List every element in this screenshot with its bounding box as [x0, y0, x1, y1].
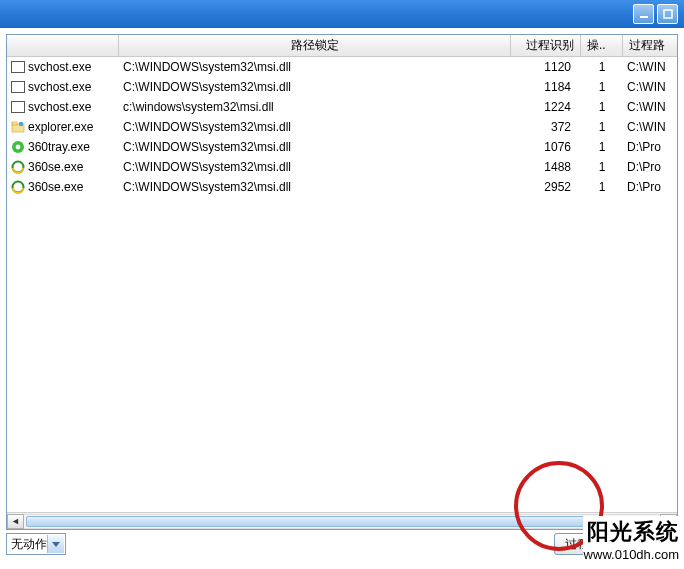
table-row[interactable]: explorer.exeC:\WINDOWS\system32\msi.dll3…: [7, 117, 677, 137]
cell-op: 1: [581, 120, 623, 134]
scroll-track[interactable]: [24, 514, 660, 529]
maximize-button[interactable]: [657, 4, 678, 24]
cell-process-name: 360se.exe: [7, 160, 119, 174]
svg-rect-3: [12, 122, 17, 125]
app-window-icon: [11, 61, 25, 73]
svg-rect-1: [664, 10, 672, 18]
cell-process-name: svchost.exe: [7, 100, 119, 114]
cell-op: 1: [581, 60, 623, 74]
table-row[interactable]: svchost.exec:\windows\system32\msi.dll12…: [7, 97, 677, 117]
cell-path: C:\WINDOWS\system32\msi.dll: [119, 160, 511, 174]
cell-op: 1: [581, 180, 623, 194]
cell-proc: C:\WIN: [623, 80, 677, 94]
scroll-left-arrow[interactable]: ◄: [7, 514, 24, 529]
column-header-pid[interactable]: 过程识别: [511, 35, 581, 56]
minimize-button[interactable]: [633, 4, 654, 24]
svg-point-4: [19, 122, 23, 126]
svg-rect-0: [640, 16, 648, 18]
cell-path: c:\windows\system32\msi.dll: [119, 100, 511, 114]
cell-pid: 372: [511, 120, 581, 134]
ie-icon: [11, 160, 25, 174]
watermark: 阳光系统 www.010dh.com: [583, 516, 680, 563]
cell-pid: 1488: [511, 160, 581, 174]
cell-proc: C:\WIN: [623, 60, 677, 74]
table-row[interactable]: 360se.exeC:\WINDOWS\system32\msi.dll2952…: [7, 177, 677, 197]
action-combobox-value: 无动作: [11, 536, 47, 553]
cell-proc: C:\WIN: [623, 100, 677, 114]
cell-pid: 1184: [511, 80, 581, 94]
table-row[interactable]: 360tray.exeC:\WINDOWS\system32\msi.dll10…: [7, 137, 677, 157]
cell-pid: 1076: [511, 140, 581, 154]
column-header-proc[interactable]: 过程路: [623, 35, 677, 56]
cell-proc: D:\Pro: [623, 140, 677, 154]
cell-proc: C:\WIN: [623, 120, 677, 134]
cell-path: C:\WINDOWS\system32\msi.dll: [119, 60, 511, 74]
scroll-thumb[interactable]: [26, 516, 611, 527]
watermark-url: www.010dh.com: [584, 547, 679, 562]
app-window-icon: [11, 81, 25, 93]
bottom-toolbar: 无动作 过程结束 解锁: [6, 529, 678, 559]
watermark-title: 阳光系统: [584, 517, 679, 547]
process-table: 路径锁定 过程识别 操.. 过程路 svchost.exeC:\WINDOWS\…: [7, 35, 677, 512]
cell-op: 1: [581, 80, 623, 94]
column-header-path[interactable]: 路径锁定: [119, 35, 511, 56]
cell-op: 1: [581, 100, 623, 114]
360-icon: [11, 140, 25, 154]
table-header: 路径锁定 过程识别 操.. 过程路: [7, 35, 677, 57]
cell-op: 1: [581, 140, 623, 154]
table-row[interactable]: svchost.exeC:\WINDOWS\system32\msi.dll11…: [7, 77, 677, 97]
cell-process-name: 360tray.exe: [7, 140, 119, 154]
main-panel: 路径锁定 过程识别 操.. 过程路 svchost.exeC:\WINDOWS\…: [6, 34, 678, 530]
titlebar: [0, 0, 684, 28]
horizontal-scrollbar[interactable]: ◄ ►: [7, 512, 677, 529]
table-row[interactable]: 360se.exeC:\WINDOWS\system32\msi.dll1488…: [7, 157, 677, 177]
cell-pid: 2952: [511, 180, 581, 194]
cell-process-name: explorer.exe: [7, 120, 119, 134]
cell-process-name: 360se.exe: [7, 180, 119, 194]
app-window-icon: [11, 101, 25, 113]
column-header-op[interactable]: 操..: [581, 35, 623, 56]
cell-path: C:\WINDOWS\system32\msi.dll: [119, 180, 511, 194]
chevron-down-icon[interactable]: [47, 535, 64, 553]
cell-proc: D:\Pro: [623, 180, 677, 194]
cell-path: C:\WINDOWS\system32\msi.dll: [119, 120, 511, 134]
cell-op: 1: [581, 160, 623, 174]
explorer-icon: [11, 120, 25, 134]
ie-icon: [11, 180, 25, 194]
action-combobox[interactable]: 无动作: [6, 533, 66, 555]
table-row[interactable]: svchost.exeC:\WINDOWS\system32\msi.dll11…: [7, 57, 677, 77]
column-header-name[interactable]: [7, 35, 119, 56]
cell-pid: 1120: [511, 60, 581, 74]
cell-path: C:\WINDOWS\system32\msi.dll: [119, 80, 511, 94]
cell-process-name: svchost.exe: [7, 80, 119, 94]
cell-pid: 1224: [511, 100, 581, 114]
cell-proc: D:\Pro: [623, 160, 677, 174]
svg-point-6: [16, 145, 21, 150]
cell-process-name: svchost.exe: [7, 60, 119, 74]
cell-path: C:\WINDOWS\system32\msi.dll: [119, 140, 511, 154]
